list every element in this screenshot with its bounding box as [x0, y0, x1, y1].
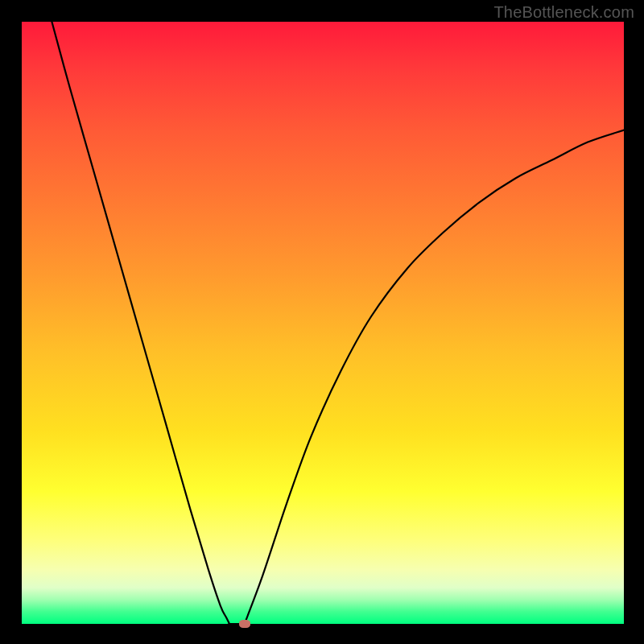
chart-stage: TheBottleneck.com [0, 0, 644, 644]
minimum-marker [239, 620, 250, 628]
watermark-text: TheBottleneck.com [493, 3, 634, 22]
bottleneck-curve [22, 22, 624, 624]
plot-area [22, 22, 624, 624]
